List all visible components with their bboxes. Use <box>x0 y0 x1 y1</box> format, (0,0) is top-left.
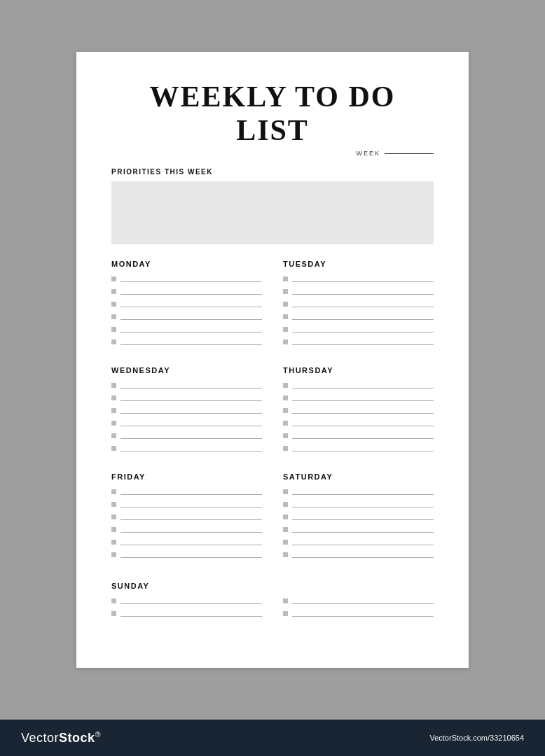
day-name-wednesday: WEDNESDAY <box>111 366 262 374</box>
task-item <box>111 488 262 495</box>
task-line <box>292 313 434 320</box>
task-checkbox <box>111 289 116 294</box>
task-line <box>120 432 262 439</box>
task-item <box>283 326 434 332</box>
task-checkbox <box>283 598 288 603</box>
task-item <box>111 300 262 307</box>
task-item <box>283 488 434 495</box>
task-item <box>111 275 262 282</box>
task-checkbox <box>283 396 288 400</box>
task-item <box>111 500 262 507</box>
task-checkbox <box>283 552 288 557</box>
task-checkbox <box>111 421 116 426</box>
task-checkbox <box>111 540 116 545</box>
task-checkbox <box>111 489 116 494</box>
task-checkbox <box>283 433 288 438</box>
task-line <box>292 538 434 545</box>
sunday-left <box>111 597 262 622</box>
task-item <box>111 551 262 558</box>
task-line <box>120 488 262 495</box>
task-item <box>283 444 434 451</box>
day-name-sunday: SUNDAY <box>111 582 434 590</box>
task-checkbox <box>283 408 288 413</box>
task-item <box>111 326 262 332</box>
watermark-bold: Stock <box>59 731 95 745</box>
watermark-plain: Vector <box>21 731 59 745</box>
sunday-right <box>283 597 434 622</box>
task-item <box>283 288 434 295</box>
task-checkbox <box>283 489 288 494</box>
task-line <box>120 610 262 617</box>
days-grid: MONDAY TUESDAY WEDNESDAY <box>111 260 434 579</box>
task-line <box>120 382 262 388</box>
task-item <box>283 513 434 520</box>
task-line <box>292 288 434 295</box>
task-line <box>292 419 434 426</box>
task-checkbox <box>283 446 288 451</box>
day-section-thursday: THURSDAY <box>283 366 434 457</box>
task-item <box>111 444 262 451</box>
task-line <box>120 500 262 507</box>
day-name-tuesday: TUESDAY <box>283 260 434 268</box>
task-item <box>283 313 434 320</box>
task-item <box>283 419 434 426</box>
task-checkbox <box>111 396 116 400</box>
task-line <box>120 551 262 558</box>
task-line <box>120 300 262 307</box>
task-line <box>120 538 262 545</box>
task-item <box>111 610 262 617</box>
watermark-reg: ® <box>95 730 102 738</box>
task-checkbox <box>111 340 116 344</box>
task-checkbox <box>111 408 116 413</box>
task-checkbox <box>111 314 116 319</box>
task-line <box>120 326 262 332</box>
task-line <box>292 300 434 307</box>
day-name-thursday: THURSDAY <box>283 366 434 374</box>
week-label: WEEK <box>356 150 380 157</box>
task-checkbox <box>283 302 288 307</box>
priorities-label: PRIORITIES THIS WEEK <box>111 168 434 176</box>
task-checkbox <box>283 527 288 532</box>
task-line <box>120 338 262 345</box>
task-line <box>120 597 262 604</box>
task-line <box>292 526 434 533</box>
task-checkbox <box>111 433 116 438</box>
task-checkbox <box>111 552 116 557</box>
page-title: WEEKLY TO DO LIST <box>111 80 434 147</box>
task-item <box>111 313 262 320</box>
task-checkbox <box>111 327 116 332</box>
task-item <box>283 432 434 439</box>
paper: WEEKLY TO DO LIST WEEK PRIORITIES THIS W… <box>76 52 469 668</box>
task-checkbox <box>111 383 116 388</box>
task-checkbox <box>283 514 288 519</box>
task-line <box>120 444 262 451</box>
task-line <box>292 338 434 345</box>
task-item <box>283 610 434 617</box>
task-checkbox <box>111 302 116 307</box>
task-checkbox <box>111 598 116 603</box>
task-item <box>111 394 262 401</box>
task-checkbox <box>283 540 288 545</box>
task-item <box>283 382 434 388</box>
task-item <box>111 419 262 426</box>
page-wrapper: WEEKLY TO DO LIST WEEK PRIORITIES THIS W… <box>0 0 545 720</box>
sunday-grid <box>111 597 434 622</box>
task-line <box>292 444 434 451</box>
task-line <box>292 513 434 520</box>
task-line <box>292 382 434 388</box>
task-item <box>283 275 434 282</box>
task-item <box>283 407 434 414</box>
task-checkbox <box>283 327 288 332</box>
task-item <box>111 382 262 388</box>
task-item <box>111 513 262 520</box>
task-checkbox <box>283 502 288 507</box>
day-section-wednesday: WEDNESDAY <box>111 366 262 457</box>
week-line: WEEK <box>111 150 434 157</box>
task-checkbox <box>111 446 116 451</box>
task-checkbox <box>111 276 116 281</box>
task-item <box>111 538 262 545</box>
task-line <box>292 551 434 558</box>
week-underline <box>385 153 434 154</box>
day-section-saturday: SATURDAY <box>283 472 434 564</box>
task-checkbox <box>111 611 116 616</box>
